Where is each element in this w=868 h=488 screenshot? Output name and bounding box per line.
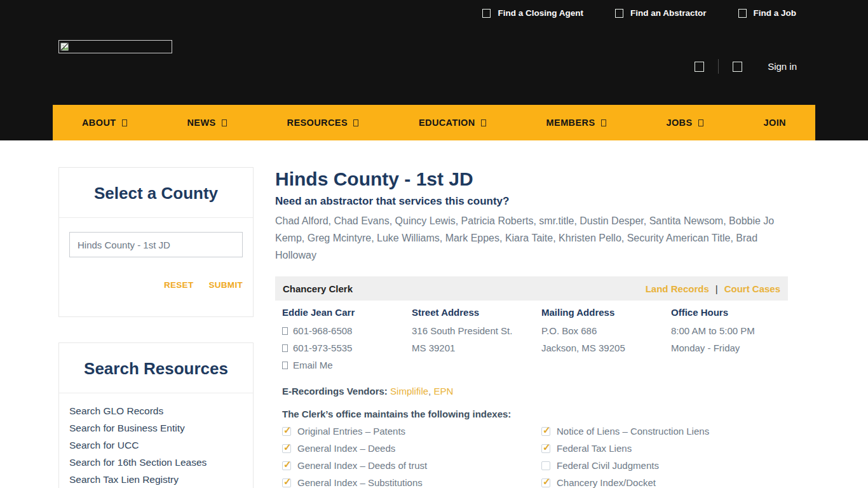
index-row: Chancery Index/Docket: [541, 478, 788, 487]
abstractor-names: Chad Alford, Chad Evans, Quincy Lewis, P…: [275, 212, 788, 264]
county-input[interactable]: [69, 232, 243, 257]
address-line: 316 South President St.: [412, 322, 541, 339]
header-divider: [718, 59, 719, 74]
address-line: MS 39201: [412, 339, 541, 356]
email-row: Email Me: [282, 356, 412, 374]
nav-item[interactable]: MEMBERS: [546, 118, 606, 128]
court-cases-link[interactable]: Court Cases: [724, 283, 780, 294]
search-resource-link[interactable]: Search for Business Entity: [69, 423, 243, 433]
topbar-link-label: Find an Abstractor: [630, 8, 707, 18]
index-row: General Index – Substitutions: [282, 478, 541, 487]
main-nav: ABOUT NEWS RESOURCES EDUCATION MEMBERS: [53, 105, 815, 140]
office-hours-column: Office Hours 8:00 AM to 5:00 PMMonday - …: [671, 307, 788, 374]
indexes-grid: Original Entries – Patents General Index…: [275, 419, 788, 488]
submit-button[interactable]: SUBMIT: [208, 280, 243, 290]
index-checkbox: [282, 461, 291, 470]
chevron-down-icon: [353, 119, 358, 126]
phone-link[interactable]: 601-968-6508: [293, 322, 352, 339]
vendor-link[interactable]: Simplifile: [390, 386, 428, 396]
chevron-down-icon: [481, 119, 486, 126]
select-county-form: RESET SUBMIT: [59, 218, 253, 316]
index-checkbox: [541, 444, 550, 453]
index-checkbox: [282, 444, 291, 453]
phone-icon: [282, 327, 288, 335]
nav-item[interactable]: JOIN: [763, 118, 785, 128]
index-label: Federal Tax Liens: [557, 444, 632, 453]
topbar-link[interactable]: Find a Job: [738, 8, 797, 18]
index-row: Original Entries – Patents: [282, 426, 541, 436]
main-content: Hinds County - 1st JD Need an abstractor…: [275, 167, 788, 488]
topbar-link-label: Find a Job: [754, 8, 797, 18]
index-checkbox: [541, 478, 550, 487]
indexes-heading: The Clerk’s office maintains the followi…: [275, 396, 788, 419]
index-row: Federal Tax Liens: [541, 444, 788, 453]
index-label: General Index – Substitutions: [297, 478, 423, 487]
index-checkbox: [282, 478, 291, 487]
email-icon: [282, 362, 288, 369]
nav-item[interactable]: JOBS: [666, 118, 703, 128]
select-county-title: Select a County: [59, 168, 253, 218]
index-checkbox: [541, 461, 550, 470]
search-icon[interactable]: [695, 62, 704, 72]
link-separator: |: [715, 283, 718, 294]
index-label: Federal Civil Judgments: [557, 461, 659, 470]
checkbox-glyph-icon: [738, 9, 747, 18]
vendor: Simplifile,: [390, 386, 433, 396]
nav-item[interactable]: RESOURCES: [287, 118, 358, 128]
indexes-right-column: Notice of Liens – Construction Liens Fed…: [541, 426, 788, 488]
chancery-clerk-bar: Chancery Clerk Land Records | Court Case…: [275, 276, 788, 301]
search-resource-link[interactable]: Search for 16th Section Leases: [69, 458, 243, 468]
chevron-down-icon: [698, 119, 703, 126]
erecordings-row: E-Recordings Vendors: Simplifile, EPN: [275, 374, 788, 396]
nav-item[interactable]: EDUCATION: [419, 118, 486, 128]
nav-item-label: ABOUT: [82, 118, 116, 128]
topbar-link[interactable]: Find a Closing Agent: [482, 8, 583, 18]
phone-link[interactable]: 601-973-5535: [293, 339, 352, 356]
mailing-address-heading: Mailing Address: [541, 307, 671, 318]
nav-item[interactable]: NEWS: [187, 118, 227, 128]
search-resource-link[interactable]: Search Tax Lien Registry: [69, 475, 243, 485]
header-actions: Sign in: [695, 59, 797, 74]
street-address-lines: 316 South President St.MS 39201: [412, 322, 541, 356]
page-body: Select a County RESET SUBMIT Search Reso…: [53, 140, 815, 488]
phone-icon: [282, 344, 288, 352]
email-link[interactable]: Email Me: [293, 356, 333, 374]
land-records-link[interactable]: Land Records: [646, 283, 709, 294]
header-row: Sign in: [0, 40, 868, 74]
checkbox-glyph-icon: [615, 9, 623, 18]
sidebar: Select a County RESET SUBMIT Search Reso…: [58, 167, 254, 488]
index-checkbox: [282, 427, 291, 436]
mailing-address-column: Mailing Address P.O. Box 686Jackson, MS …: [541, 307, 671, 374]
chevron-down-icon: [122, 119, 127, 126]
nav-item-label: NEWS: [187, 118, 216, 128]
topbar-link[interactable]: Find an Abstractor: [615, 8, 707, 18]
vendor: EPN: [433, 386, 453, 396]
cart-icon[interactable]: [733, 62, 742, 72]
index-label: Chancery Index/Docket: [557, 478, 656, 487]
sign-in-link[interactable]: Sign in: [768, 61, 797, 72]
nav-item-label: JOBS: [666, 118, 692, 128]
index-checkbox: [541, 427, 550, 436]
search-resource-link[interactable]: Search for UCC: [69, 440, 243, 451]
county-form-actions: RESET SUBMIT: [69, 280, 243, 290]
index-label: Original Entries – Patents: [297, 426, 405, 436]
search-resources-links: Search GLO Records Search for Business E…: [59, 393, 253, 488]
search-resources-title: Search Resources: [59, 343, 253, 393]
index-row: General Index – Deeds: [282, 444, 541, 453]
site-logo[interactable]: [58, 40, 172, 53]
erecordings-label: E-Recordings Vendors:: [282, 386, 388, 396]
hours-line: Monday - Friday: [671, 339, 788, 356]
index-row: Federal Civil Judgments: [541, 461, 788, 470]
search-resource-link[interactable]: Search GLO Records: [69, 406, 243, 416]
office-hours-heading: Office Hours: [671, 307, 788, 318]
address-line: P.O. Box 686: [541, 322, 671, 339]
vendor-link[interactable]: EPN: [433, 386, 453, 396]
abstractor-subtitle: Need an abstractor that services this co…: [275, 194, 788, 209]
phone-row: 601-968-6508: [282, 322, 412, 339]
topbar-link-label: Find a Closing Agent: [498, 8, 583, 18]
hours-line: 8:00 AM to 5:00 PM: [671, 322, 788, 339]
clerk-contact-column: Eddie Jean Carr 601-968-6508 601-973-553…: [282, 307, 412, 374]
page-title: Hinds County - 1st JD: [275, 167, 788, 191]
reset-button[interactable]: RESET: [164, 280, 194, 290]
nav-item[interactable]: ABOUT: [82, 118, 127, 128]
